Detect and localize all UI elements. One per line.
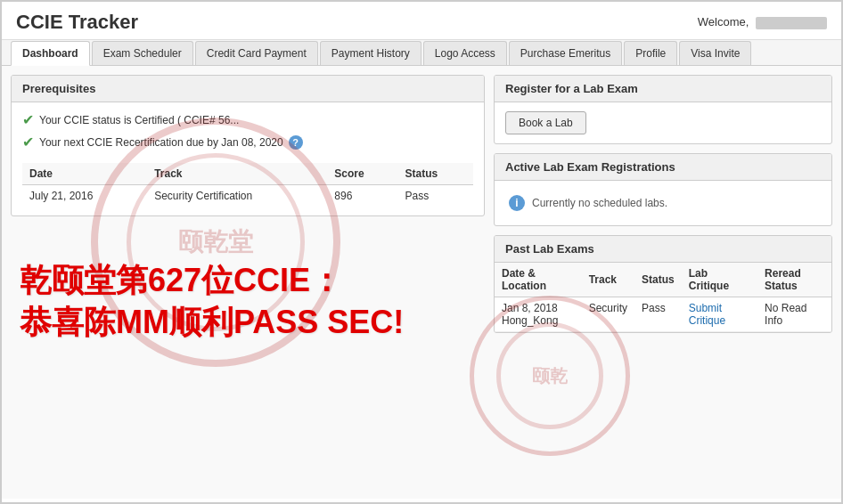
prerequisites-title: Prerequisites [12, 76, 484, 102]
app-title: CCIE Tracker [16, 11, 138, 34]
nav-tab-profile[interactable]: Profile [624, 41, 677, 65]
past-lab-exams-title: Past Lab Exams [495, 236, 831, 263]
col-score: Score [327, 163, 397, 185]
prereq-text-1: Your CCIE status is Certified ( CCIE# 56… [39, 114, 239, 126]
past-col-track: Track [582, 263, 634, 297]
left-panel: Prerequisites ✔ Your CCIE status is Cert… [11, 75, 485, 490]
prerequisites-section: Prerequisites ✔ Your CCIE status is Cert… [11, 75, 485, 216]
cell-status: Pass [397, 185, 473, 207]
prerequisites-body: ✔ Your CCIE status is Certified ( CCIE# … [12, 102, 484, 215]
prereq-text-2: Your next CCIE Recertification due by Ja… [39, 136, 283, 149]
register-section: Register for a Lab Exam Book a Lab [494, 75, 832, 144]
app-header: CCIE Tracker Welcome, [2, 2, 841, 40]
cell-status: Pass [634, 297, 682, 332]
cell-reread-status: No Read Info [757, 297, 831, 332]
nav-tab-credit-card-payment[interactable]: Credit Card Payment [195, 41, 318, 65]
nav-tab-purchase-emeritus[interactable]: Purchase Emeritus [509, 41, 622, 65]
info-icon[interactable]: ? [289, 135, 303, 150]
nav-tab-exam-scheduler[interactable]: Exam Scheduler [92, 41, 193, 65]
cell-track: Security [582, 297, 634, 332]
nav-tab-payment-history[interactable]: Payment History [320, 41, 422, 65]
col-track: Track [147, 163, 327, 185]
exam-history-table: Date Track Score Status July 21, 2016Sec… [22, 163, 473, 207]
past-col-reread: Reread Status [757, 263, 831, 297]
right-panel: Register for a Lab Exam Book a Lab Activ… [494, 75, 832, 490]
main-content: Prerequisites ✔ Your CCIE status is Cert… [2, 66, 841, 499]
submit-critique-link[interactable]: Submit Critique [689, 302, 725, 327]
welcome-text: Welcome, [698, 15, 827, 29]
past-col-date: Date & Location [495, 263, 582, 297]
info-circle-icon: i [509, 195, 525, 211]
username-blur [756, 17, 827, 29]
col-status: Status [397, 163, 473, 185]
prereq-item-1: ✔ Your CCIE status is Certified ( CCIE# … [22, 111, 473, 128]
register-title: Register for a Lab Exam [495, 76, 831, 102]
past-lab-exams-table: Date & Location Track Status Lab Critiqu… [495, 263, 831, 332]
past-col-status: Status [634, 263, 682, 297]
no-labs-text: Currently no scheduled labs. [532, 197, 667, 209]
active-registrations-section: Active Lab Exam Registrations i Currentl… [494, 153, 832, 226]
prereq-item-2: ✔ Your next CCIE Recertification due by … [22, 134, 473, 150]
cell-lab-critique[interactable]: Submit Critique [682, 297, 757, 332]
nav-tab-logo-access[interactable]: Logo Access [423, 41, 507, 65]
col-date: Date [22, 163, 147, 185]
register-body: Book a Lab [495, 102, 831, 143]
active-registrations-body: i Currently no scheduled labs. [495, 181, 831, 225]
exam-history-scroll: Date Track Score Status July 21, 2016Sec… [22, 156, 473, 207]
nav-tab-visa-invite[interactable]: Visa Invite [679, 41, 751, 65]
nav-tab-dashboard[interactable]: Dashboard [11, 41, 90, 66]
cell-score: 896 [327, 185, 397, 207]
active-registrations-title: Active Lab Exam Registrations [495, 154, 831, 181]
check-icon-2: ✔ [22, 134, 34, 150]
past-col-critique: Lab Critique [682, 263, 757, 297]
cell-date: July 21, 2016 [22, 185, 147, 207]
table-row: July 21, 2016Security Certification896Pa… [22, 185, 473, 207]
no-labs-alert: i Currently no scheduled labs. [505, 190, 821, 216]
check-icon-1: ✔ [22, 111, 34, 128]
cell-date-location: Jan 8, 2018Hong_Kong [495, 297, 582, 332]
table-row: Jan 8, 2018Hong_KongSecurityPassSubmit C… [495, 297, 831, 332]
past-lab-exams-section: Past Lab Exams Date & Location Track Sta… [494, 235, 832, 333]
cell-track: Security Certification [147, 185, 327, 207]
past-lab-exams-body: Date & Location Track Status Lab Critiqu… [495, 263, 831, 332]
nav-tabs: DashboardExam SchedulerCredit Card Payme… [2, 40, 841, 66]
book-lab-button[interactable]: Book a Lab [505, 111, 586, 134]
